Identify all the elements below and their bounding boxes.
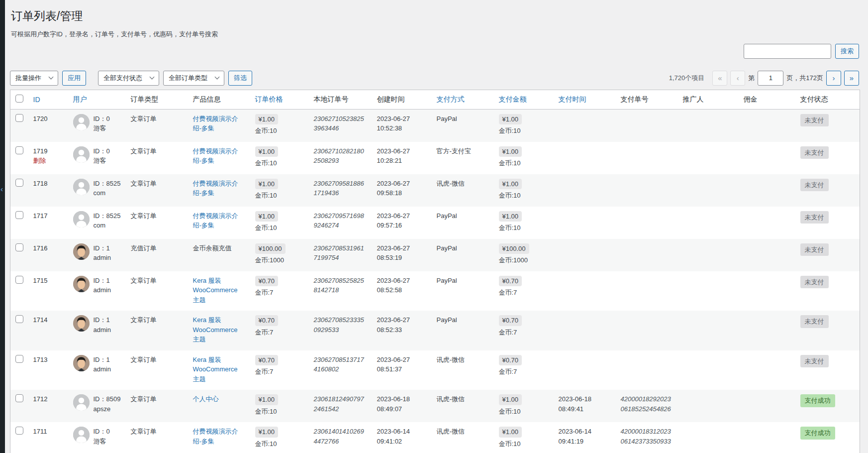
pay-no: [616, 207, 678, 239]
price-coin: 金币:10: [255, 158, 304, 168]
status-badge: 未支付: [800, 243, 829, 256]
product-link[interactable]: 金币余额充值: [193, 244, 232, 252]
price-badge: ¥1.00: [255, 427, 279, 438]
promoter: [678, 142, 739, 174]
pay-amount-coin: 金币:10: [499, 439, 549, 449]
pay-status-select[interactable]: 全部支付状态: [98, 71, 159, 86]
row-checkbox[interactable]: [15, 179, 23, 187]
pay-method: 讯虎-微信: [432, 390, 494, 422]
order-type-select[interactable]: 全部订单类型: [163, 71, 224, 86]
pay-no: 42000018292023 06185252454826: [616, 390, 678, 422]
column-header-pay-method[interactable]: 支付方式: [432, 90, 494, 109]
column-header-user[interactable]: 用户: [68, 90, 126, 109]
promoter: [678, 390, 739, 422]
current-page-input[interactable]: [758, 71, 783, 86]
pay-method: 讯虎-微信: [432, 422, 494, 453]
pay-time: [554, 239, 616, 271]
row-checkbox[interactable]: [15, 114, 23, 122]
pay-time: [554, 109, 616, 142]
price-coin: 金币:7: [255, 288, 304, 298]
search-input[interactable]: [744, 44, 831, 59]
local-order-no: 23062708523335 0929533: [309, 311, 372, 350]
price-coin: 金币:7: [255, 328, 304, 338]
order-type: 文章订单: [126, 109, 188, 142]
user-name: 游客: [94, 124, 106, 132]
last-page-button[interactable]: »: [844, 71, 859, 86]
product-link[interactable]: 付费视频演示介绍-多集: [193, 180, 238, 197]
delete-link[interactable]: 删除: [33, 156, 63, 166]
select-all-checkbox[interactable]: [15, 95, 23, 103]
price-coin: 金币:10: [255, 407, 304, 417]
page-label-suffix: 页，共172页: [786, 74, 823, 83]
row-checkbox[interactable]: [15, 211, 23, 219]
row-checkbox[interactable]: [15, 427, 23, 435]
prev-page-button[interactable]: ‹: [730, 71, 745, 86]
status-badge: 未支付: [800, 114, 829, 127]
pay-amount-coin: 金币:10: [499, 407, 549, 417]
avatar: [73, 315, 90, 332]
created-time: 2023-06-27 08:51:37: [372, 350, 432, 390]
user-name: admin: [94, 254, 111, 261]
search-button[interactable]: 搜索: [835, 44, 859, 59]
price-badge: ¥1.00: [255, 211, 279, 222]
page-title: 订单列表/管理: [10, 0, 859, 24]
top-pagination: 1,720个项目 « ‹ 第 页，共172页 › »: [669, 71, 859, 86]
product-link[interactable]: Kera 服装 WooCommerce 主题: [193, 316, 238, 343]
row-checkbox[interactable]: [15, 146, 23, 154]
collapse-menu-icon[interactable]: ‹: [0, 185, 3, 193]
next-page-button[interactable]: ›: [826, 71, 841, 86]
pay-method: PayPal: [432, 207, 494, 239]
product-link[interactable]: 付费视频演示介绍-多集: [193, 212, 238, 229]
commission: [739, 311, 795, 350]
order-type-label: 全部订单类型: [169, 74, 207, 83]
price-badge: ¥1.00: [255, 146, 279, 157]
avatar: [73, 211, 90, 227]
created-time: 2023-06-27 08:52:33: [372, 311, 432, 350]
pay-time: [554, 207, 616, 239]
user-id: ID：8525: [94, 180, 121, 187]
person-silhouette-icon: [73, 114, 90, 130]
person-silhouette-icon: [73, 146, 90, 163]
filter-button[interactable]: 筛选: [228, 71, 252, 86]
product-link[interactable]: Kera 服装 WooCommerce 主题: [193, 356, 238, 383]
product-link[interactable]: 付费视频演示介绍-多集: [193, 147, 238, 165]
local-order-no: 23062710523825 3963446: [309, 109, 372, 142]
pay-amount-coin: 金币:10: [499, 223, 549, 233]
local-order-no: 23062709581886 1719436: [309, 174, 372, 207]
row-checkbox[interactable]: [15, 243, 23, 251]
user-name: com: [94, 222, 106, 229]
pay-amount-badge: ¥0.70: [499, 276, 522, 287]
orders-table: ID用户订单类型产品信息订单价格本地订单号创建时间支付方式支付金额支付时间支付单…: [10, 90, 860, 453]
user-name: admin: [94, 365, 111, 373]
column-header-pay-amount[interactable]: 支付金额: [494, 90, 554, 109]
avatar: [73, 394, 90, 411]
row-checkbox[interactable]: [15, 315, 23, 323]
product-link[interactable]: 付费视频演示介绍-多集: [193, 428, 238, 445]
apply-button[interactable]: 应用: [62, 71, 86, 86]
product-link[interactable]: Kera 服装 WooCommerce 主题: [193, 277, 238, 304]
user-name: 游客: [94, 157, 106, 164]
product-link[interactable]: 个人中心: [193, 395, 219, 403]
page-subtitle: 可根据用户数字ID，登录名，订单号，支付单号，优惠码，支付单号搜索: [11, 30, 859, 39]
table-row: 1715 ID：1 admin: [10, 271, 860, 311]
column-header-id[interactable]: ID: [28, 90, 68, 109]
promoter: [678, 271, 739, 311]
bulk-action-select[interactable]: 批量操作: [10, 71, 58, 86]
product-link[interactable]: 付费视频演示介绍-多集: [193, 115, 238, 132]
pay-no: [616, 311, 678, 350]
user-id: ID：8525: [94, 212, 121, 220]
row-checkbox[interactable]: [15, 394, 23, 402]
row-checkbox[interactable]: [15, 276, 23, 284]
price-badge: ¥100.00: [255, 243, 286, 254]
orders-tbody: 1720 ID：0 游客: [10, 109, 860, 453]
row-checkbox[interactable]: [15, 355, 23, 363]
column-header-pay-time[interactable]: 支付时间: [554, 90, 616, 109]
created-time: 2023-06-27 10:28:21: [372, 142, 432, 174]
status-badge: 未支付: [800, 146, 829, 159]
pay-time: 2023-06-14 09:41:19: [554, 422, 616, 453]
local-order-no: 23062708531961 7199754: [309, 239, 372, 271]
pay-method: 官方-支付宝: [432, 142, 494, 174]
user-name: 游客: [94, 438, 106, 445]
first-page-button[interactable]: «: [712, 71, 727, 86]
column-header-price[interactable]: 订单价格: [250, 90, 309, 109]
